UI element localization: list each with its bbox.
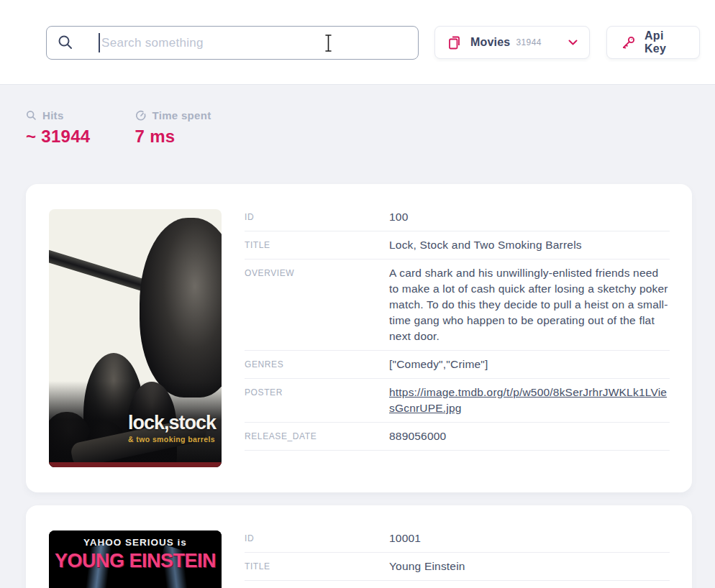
time-spent-label: Time spent [152,109,211,121]
result-card-lock-stock: lock,stock & two smoking barrels ID 100 … [26,184,692,492]
field-row-title: TITLE Lock, Stock and Two Smoking Barrel… [245,231,670,259]
field-value: 100 [389,209,670,225]
field-label: TITLE [245,237,389,253]
search-stats: Hits ~ 31944 Time spent 7 ms [0,85,715,184]
search-icon [57,34,74,54]
field-row-release-date: RELEASE_DATE 889056000 [245,423,670,451]
movie-poster-image: YAHOO SERIOUS is YOUNG EINSTEIN [49,530,222,588]
document-fields: ID 10001 TITLE Young Einstein OVERVIEW A… [245,525,670,588]
field-value: A card shark and his unwillingly-enliste… [389,265,670,344]
field-row-title: TITLE Young Einstein [245,553,670,581]
time-spent-value: 7 ms [135,127,211,147]
field-label: ID [245,209,389,225]
hits-value: ~ 31944 [26,127,91,147]
field-value: 889056000 [389,428,670,444]
field-row-id: ID 10001 [245,525,670,553]
field-row-poster: POSTER https://image.tmdb.org/t/p/w500/8… [245,379,670,423]
hits-search-icon [26,110,37,121]
poster-url-link[interactable]: https://image.tmdb.org/t/p/w500/8kSerJrh… [389,386,667,414]
mouse-cursor-ibeam [323,34,334,55]
result-card-young-einstein: YAHOO SERIOUS is YOUNG EINSTEIN ID 10001… [26,505,692,588]
field-label: TITLE [245,559,389,574]
field-row-overview: OVERVIEW A card shark and his unwillingl… [245,259,670,351]
field-value: Young Einstein [389,559,670,574]
results-list: lock,stock & two smoking barrels ID 100 … [0,184,715,588]
api-key-label: Api Key [645,29,686,55]
hits-stat: Hits ~ 31944 [26,109,91,184]
field-label: ID [245,530,389,546]
poster-subtitle-text: & two smoking barrels [128,435,215,444]
index-select-label: Movies [470,36,510,49]
time-spent-stat: Time spent 7 ms [135,109,211,184]
poster-title-text: YOUNG EINSTEIN [49,550,222,572]
field-label: POSTER [245,385,389,416]
index-doc-count: 31944 [516,37,541,47]
field-label: OVERVIEW [245,265,389,344]
field-row-overview: OVERVIEW Albert Einstein is the son of a… [245,581,670,588]
movie-poster-image: lock,stock & two smoking barrels [49,209,222,467]
field-value: ["Comedy","Crime"] [389,357,670,372]
hits-label: Hits [42,109,64,121]
stopwatch-icon [135,110,147,121]
index-select[interactable]: Movies 31944 [434,26,590,59]
search-box [46,26,419,60]
header: Movies 31944 Api Key [0,0,715,85]
documents-icon [447,35,462,50]
api-key-button[interactable]: Api Key [606,26,700,59]
field-row-id: ID 100 [245,203,670,231]
poster-top-text: YAHOO SERIOUS is [49,537,222,548]
field-label: RELEASE_DATE [245,428,389,444]
search-input[interactable] [46,26,419,60]
text-caret [99,33,100,52]
poster-title-text: lock,stock [128,413,216,433]
field-label: GENRES [245,357,389,372]
field-value: Lock, Stock and Two Smoking Barrels [389,237,670,253]
field-row-genres: GENRES ["Comedy","Crime"] [245,351,670,379]
field-value: 10001 [389,530,670,546]
chevron-down-icon [568,40,578,46]
key-icon [620,35,637,51]
document-fields: ID 100 TITLE Lock, Stock and Two Smoking… [245,203,670,467]
